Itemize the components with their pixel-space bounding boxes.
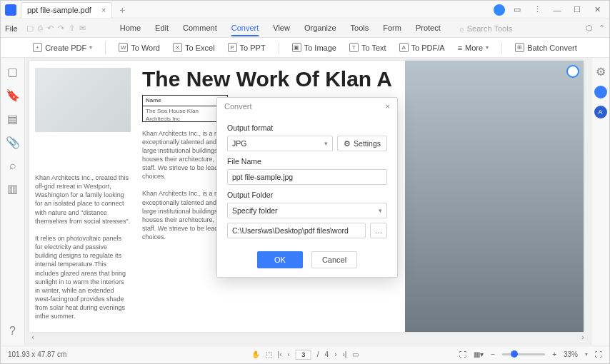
more-button[interactable]: ≡More▾ bbox=[458, 44, 489, 52]
hand-tool-icon[interactable]: ✋ bbox=[251, 350, 260, 358]
batch-convert-button[interactable]: ⊞Batch Convert bbox=[515, 43, 577, 52]
excel-icon: X bbox=[173, 43, 182, 52]
reading-mode-icon[interactable]: ▭ bbox=[352, 350, 359, 358]
user-avatar[interactable] bbox=[494, 4, 505, 16]
email-icon[interactable]: ✉ bbox=[79, 24, 86, 33]
fit-page-icon[interactable]: ▦▾ bbox=[474, 350, 484, 358]
ai-tool-icon[interactable] bbox=[594, 86, 607, 98]
search-panel-icon[interactable]: ⌕ bbox=[9, 159, 16, 172]
output-format-value: JPG bbox=[232, 139, 246, 148]
next-page-icon[interactable]: › bbox=[334, 350, 336, 358]
search-tools[interactable]: ⌕ Search Tools bbox=[459, 24, 512, 33]
window-maximize[interactable]: ☐ bbox=[569, 2, 585, 18]
convert-dialog: Convert × Output format JPG ▾ ⚙ Settings… bbox=[216, 97, 398, 278]
more-icon[interactable]: ⋮ bbox=[529, 2, 545, 18]
tab-home[interactable]: Home bbox=[120, 21, 141, 36]
tab-view[interactable]: View bbox=[273, 21, 290, 36]
page-dimensions: 101.93 x 47.87 cm bbox=[8, 350, 66, 358]
zoom-in-icon[interactable]: + bbox=[552, 350, 556, 358]
document-tab[interactable]: ppt file-sample.pdf × bbox=[21, 2, 112, 18]
menubar: File ▢ ⎙ ↶ ↷ ⇧ ✉ Home Edit Comment Conve… bbox=[1, 19, 609, 38]
page-next-arrow[interactable]: › bbox=[578, 332, 588, 342]
table-cell: The Sea House Klan Architects Inc bbox=[143, 106, 227, 125]
cancel-button[interactable]: Cancel bbox=[311, 251, 357, 268]
tab-form[interactable]: Form bbox=[383, 21, 401, 36]
page-heading: The New Work Of Klan A bbox=[142, 68, 399, 91]
folder-path-input[interactable]: C:\Users\ws\Desktop\pdf files\word bbox=[227, 223, 366, 238]
file-menu[interactable]: File bbox=[5, 24, 18, 33]
chevron-down-icon: ▾ bbox=[379, 207, 382, 214]
output-folder-label: Output Folder bbox=[227, 191, 387, 199]
to-ppt-button[interactable]: PTo PPT bbox=[228, 43, 266, 52]
last-page-icon[interactable]: ›| bbox=[343, 350, 347, 358]
output-folder-select[interactable]: Specify folder ▾ bbox=[227, 203, 387, 218]
file-name-input[interactable]: ppt file-sample.jpg bbox=[227, 169, 387, 185]
tab-tools[interactable]: Tools bbox=[351, 21, 369, 36]
menu-tabs: Home Edit Comment Convert View Organize … bbox=[120, 21, 441, 36]
first-page-icon[interactable]: |‹ bbox=[278, 350, 282, 358]
prev-page-icon[interactable]: ‹ bbox=[287, 350, 289, 358]
print-icon[interactable]: ⎙ bbox=[38, 24, 43, 33]
right-sidebar: ⚙ A bbox=[591, 58, 609, 345]
fit-width-icon[interactable]: ⛶ bbox=[459, 350, 466, 358]
thumbnails-icon[interactable]: ▢ bbox=[7, 65, 18, 79]
building-image-right bbox=[405, 61, 584, 332]
zoom-out-icon[interactable]: − bbox=[491, 350, 495, 358]
browse-folder-button[interactable]: … bbox=[370, 223, 387, 238]
to-image-button[interactable]: ▣To Image bbox=[292, 43, 336, 52]
open-icon[interactable]: ▢ bbox=[26, 24, 34, 33]
to-excel-button[interactable]: XTo Excel bbox=[173, 43, 215, 52]
properties-icon[interactable]: ⚙ bbox=[596, 65, 606, 79]
translate-tool-icon[interactable]: A bbox=[594, 106, 607, 118]
fullscreen-icon[interactable]: ⛶ bbox=[595, 350, 602, 358]
tab-organize[interactable]: Organize bbox=[304, 21, 336, 36]
comments-icon[interactable]: ▤ bbox=[7, 112, 18, 126]
tab-convert[interactable]: Convert bbox=[231, 21, 259, 36]
to-word-button[interactable]: WTo Word bbox=[119, 43, 160, 52]
page-number-input[interactable] bbox=[296, 350, 311, 360]
folder-path-value: C:\Users\ws\Desktop\pdf files\word bbox=[232, 226, 349, 235]
tab-comment[interactable]: Comment bbox=[183, 21, 217, 36]
info-table: Name The Sea House Klan Architects Inc bbox=[142, 95, 228, 122]
output-format-select[interactable]: JPG ▾ bbox=[227, 136, 333, 151]
window-minimize[interactable]: — bbox=[549, 2, 565, 18]
dialog-close-icon[interactable]: × bbox=[386, 102, 390, 111]
fields-icon[interactable]: ▥ bbox=[7, 182, 18, 196]
chevron-down-icon: ▾ bbox=[324, 140, 328, 147]
slider-thumb[interactable] bbox=[511, 350, 518, 358]
share-icon[interactable]: ⇧ bbox=[69, 24, 75, 33]
page-prev-arrow[interactable]: ‹ bbox=[28, 332, 38, 342]
settings-button[interactable]: ⚙ Settings bbox=[337, 136, 387, 151]
app-icon bbox=[5, 4, 16, 16]
left-sidebar: ▢ 🔖 ▤ 📎 ⌕ ▥ ? bbox=[1, 58, 25, 345]
to-text-button[interactable]: TTo Text bbox=[349, 43, 386, 52]
building-image-left bbox=[35, 68, 131, 132]
collapse-ribbon-icon[interactable]: ⌃ bbox=[599, 24, 605, 33]
window-close[interactable]: ✕ bbox=[589, 2, 605, 18]
help-icon[interactable]: ? bbox=[9, 325, 16, 338]
more-menu-icon: ≡ bbox=[458, 44, 462, 52]
redo-icon[interactable]: ↷ bbox=[58, 24, 64, 33]
share-badge-icon[interactable] bbox=[566, 65, 579, 78]
tab-edit[interactable]: Edit bbox=[155, 21, 169, 36]
attachments-icon[interactable]: 📎 bbox=[6, 136, 20, 149]
zoom-slider[interactable] bbox=[502, 353, 545, 355]
create-pdf-button[interactable]: +Create PDF▾ bbox=[33, 43, 92, 52]
search-placeholder: Search Tools bbox=[467, 24, 512, 33]
to-pdfa-button[interactable]: ATo PDF/A bbox=[399, 43, 445, 52]
statusbar: 101.93 x 47.87 cm ✋ ⬚ |‹ ‹ / 4 › ›| ▭ ⛶ … bbox=[1, 345, 609, 363]
word-icon: W bbox=[119, 43, 128, 52]
dialog-titlebar: Convert × bbox=[217, 98, 397, 115]
feedback-icon[interactable]: ▭ bbox=[509, 2, 525, 18]
search-icon: ⌕ bbox=[459, 24, 464, 33]
table-header: Name bbox=[143, 96, 227, 107]
tab-protect[interactable]: Protect bbox=[416, 21, 441, 36]
undo-icon[interactable]: ↶ bbox=[47, 24, 54, 33]
bookmarks-icon[interactable]: 🔖 bbox=[6, 89, 20, 102]
select-tool-icon[interactable]: ⬚ bbox=[266, 350, 272, 358]
close-tab-icon[interactable]: × bbox=[101, 6, 106, 14]
image-icon: ▣ bbox=[292, 43, 301, 52]
add-tab-button[interactable]: + bbox=[119, 4, 125, 16]
ok-button[interactable]: OK bbox=[257, 251, 303, 268]
cloud-icon[interactable]: ⬡ bbox=[586, 24, 593, 33]
